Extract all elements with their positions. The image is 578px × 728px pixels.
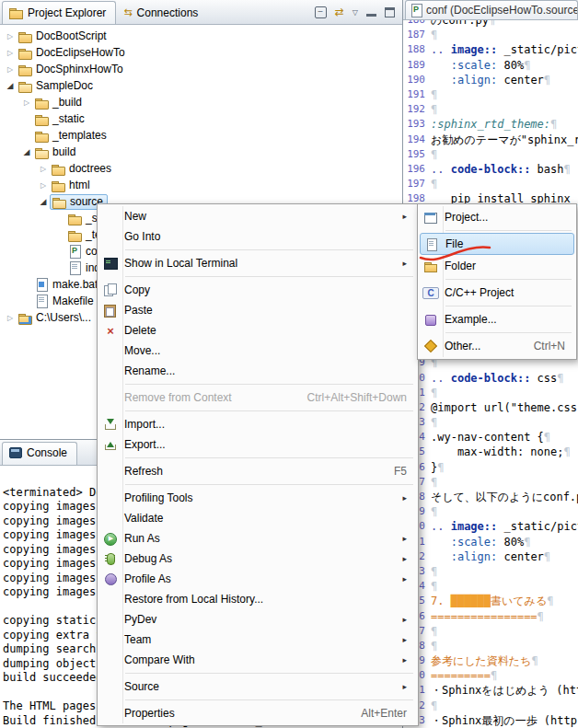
menu-item-debug-as[interactable]: Debug As▸ bbox=[99, 549, 416, 569]
collapse-all-icon[interactable]: − bbox=[315, 6, 327, 18]
menu-item-label: Refresh bbox=[124, 465, 163, 478]
menu-item-team[interactable]: Team▸ bbox=[99, 630, 416, 650]
code-text: :align: center¶ bbox=[431, 549, 550, 564]
editor-line: 190 :align: center¶ bbox=[403, 73, 578, 87]
menu-item-paste[interactable]: Paste bbox=[99, 300, 416, 320]
editor-line: 211¶ bbox=[403, 386, 578, 400]
menu-item-restore-from-local-history[interactable]: Restore from Local History... bbox=[99, 589, 416, 609]
menu-item-delete[interactable]: ×Delete bbox=[99, 320, 416, 341]
menu-item-import[interactable]: Import... bbox=[99, 414, 416, 434]
menu-item-profiling-tools[interactable]: Profiling Tools▸ bbox=[99, 488, 416, 508]
tree-item-docbootscript[interactable]: ▷DocBootScript bbox=[0, 28, 402, 44]
tree-item-templates[interactable]: _templates bbox=[0, 127, 402, 144]
editor-line: 226================¶ bbox=[403, 609, 578, 624]
menu-item-rename[interactable]: Rename... bbox=[99, 361, 416, 381]
line-end-mark: ¶ bbox=[544, 550, 550, 563]
code-token: ・Sphinxをはじめよう (http:// bbox=[431, 684, 578, 697]
minimize-icon[interactable] bbox=[366, 7, 376, 17]
folder-icon bbox=[17, 45, 32, 60]
menu-item-project[interactable]: Project... bbox=[420, 206, 574, 228]
expanded-arrow-icon[interactable]: ◢ bbox=[4, 81, 17, 90]
menu-item-validate[interactable]: Validate bbox=[99, 508, 416, 528]
menu-item-file[interactable]: File bbox=[420, 233, 574, 255]
collapsed-arrow-icon[interactable]: ▷ bbox=[37, 165, 50, 173]
menu-item-label: Move... bbox=[124, 344, 160, 357]
menu-item-go-into[interactable]: Go Into bbox=[99, 226, 416, 247]
menu-icon-slot bbox=[102, 464, 119, 479]
editor-line: 217¶ bbox=[403, 475, 578, 490]
tree-item-body: DocEclipseHowTo bbox=[17, 45, 129, 61]
editor-line: 188.. image:: _static/picture.png¶ bbox=[403, 42, 578, 57]
tree-item-body: html bbox=[50, 178, 94, 193]
tab-console[interactable]: Console bbox=[2, 442, 77, 465]
menu-item-folder[interactable]: Folder bbox=[420, 255, 574, 277]
line-end-mark: ¶ bbox=[437, 461, 444, 474]
editor-line: 189 :scale: 80%¶ bbox=[403, 58, 578, 73]
line-number: 187 bbox=[403, 28, 431, 42]
collapsed-arrow-icon[interactable]: ▷ bbox=[4, 314, 17, 322]
tree-item-build[interactable]: ◢build bbox=[0, 144, 402, 160]
menu-item-label: Debug As bbox=[124, 552, 172, 565]
tree-item-docsphinxhowto[interactable]: ▷DocSphinxHowTo bbox=[0, 61, 402, 77]
menu-item-export[interactable]: Export... bbox=[99, 434, 416, 455]
collapsed-arrow-icon[interactable]: ▷ bbox=[4, 65, 17, 74]
editor-tab-conf[interactable]: conf (DocEclipseHowTo.source) bbox=[405, 0, 578, 19]
collapsed-arrow-icon[interactable]: ▷ bbox=[37, 181, 50, 190]
collapsed-arrow-icon[interactable]: ▷ bbox=[4, 49, 17, 57]
editor-body[interactable]: 186のconf.py¶187¶188.. image:: _static/pi… bbox=[403, 20, 578, 728]
menu-item-source[interactable]: Source▸ bbox=[99, 676, 416, 697]
tree-item-label: build bbox=[52, 145, 75, 158]
tree-item-static[interactable]: _static bbox=[0, 110, 402, 127]
code-text: そして、以下のようにconf.pyを編集します。¶ bbox=[431, 490, 578, 504]
line-end-mark: ¶ bbox=[531, 654, 538, 667]
tree-item-sampledoc[interactable]: ◢SampleDoc bbox=[0, 77, 402, 94]
tree-item-doctrees[interactable]: ▷doctrees bbox=[0, 160, 402, 177]
tab-project-explorer[interactable]: Project Explorer bbox=[2, 1, 116, 24]
view-menu-icon[interactable]: ▽ bbox=[353, 8, 358, 17]
copy-icon bbox=[102, 283, 119, 297]
menu-item-refresh[interactable]: RefreshF5 bbox=[99, 461, 416, 481]
menu-item-properties[interactable]: PropertiesAlt+Enter bbox=[99, 703, 416, 723]
code-text: }¶ bbox=[431, 460, 444, 475]
maximize-icon[interactable] bbox=[385, 7, 395, 17]
menu-item-profile-as[interactable]: Profile As▸ bbox=[99, 569, 416, 589]
editor-line: 197¶ bbox=[403, 177, 578, 191]
collapsed-arrow-icon[interactable]: ▷ bbox=[4, 32, 17, 40]
menu-separator bbox=[125, 276, 413, 277]
expanded-arrow-icon[interactable]: ◢ bbox=[37, 197, 50, 206]
code-token: image:: bbox=[451, 520, 498, 533]
menu-separator bbox=[445, 279, 572, 280]
menu-item-new[interactable]: New▸ bbox=[99, 206, 416, 226]
menu-item-compare-with[interactable]: Compare With▸ bbox=[99, 650, 416, 670]
tree-item-body: DocBootScript bbox=[17, 29, 110, 44]
menu-item-copy[interactable]: Copy bbox=[99, 280, 416, 300]
tree-item-html[interactable]: ▷html bbox=[0, 177, 402, 193]
menu-item-run-as[interactable]: ▶Run As▸ bbox=[99, 528, 416, 549]
tree-item-build[interactable]: ▷_build bbox=[0, 94, 402, 110]
code-text: ・Sphinxをはじめよう (http://¶ bbox=[431, 683, 578, 698]
line-end-mark: ¶ bbox=[544, 74, 550, 87]
project-explorer-icon bbox=[9, 6, 23, 18]
code-token: 参考にした資料たち bbox=[431, 654, 531, 667]
menu-item-show-in-local-terminal[interactable]: Show in Local Terminal▸ bbox=[99, 253, 416, 273]
menu-item-pydev[interactable]: PyDev▸ bbox=[99, 609, 416, 630]
expanded-arrow-icon[interactable]: ◢ bbox=[20, 147, 33, 156]
menu-item-label: Profile As bbox=[124, 572, 171, 585]
menu-item-label: C/C++ Project bbox=[445, 286, 514, 299]
menu-item-remove-from-context[interactable]: Remove from ContextCtrl+Alt+Shift+Down bbox=[99, 387, 416, 408]
link-with-editor-icon[interactable]: ⇄ bbox=[335, 6, 344, 18]
menu-item-label: Remove from Context bbox=[124, 391, 232, 404]
code-token: .. bbox=[431, 163, 451, 176]
menu-item-example[interactable]: Example... bbox=[420, 308, 574, 330]
code-text: =========¶ bbox=[431, 668, 497, 683]
code-text: のconf.py¶ bbox=[431, 20, 495, 28]
menu-item-other[interactable]: Other...Ctrl+N bbox=[420, 335, 574, 357]
menu-item-label: Folder bbox=[445, 260, 476, 272]
menu-item-move[interactable]: Move... bbox=[99, 341, 416, 361]
tree-item-doceclipsehowto[interactable]: ▷DocEclipseHowTo bbox=[0, 44, 402, 61]
tab-connections[interactable]: ⇆ Connections bbox=[116, 1, 208, 24]
collapsed-arrow-icon[interactable]: ▷ bbox=[20, 98, 33, 107]
play-glyph: ▶ bbox=[109, 535, 113, 542]
menu-item-c-c-project[interactable]: CC/C++ Project bbox=[420, 282, 574, 304]
file-icon bbox=[34, 294, 49, 308]
